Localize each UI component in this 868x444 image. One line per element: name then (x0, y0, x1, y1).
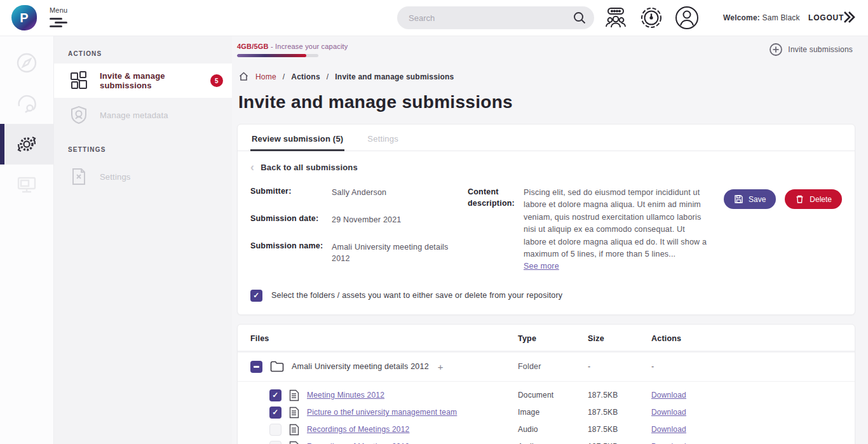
top-header: P Menu (0, 0, 868, 36)
rail-item-compass[interactable] (0, 43, 54, 83)
folder-size: - (588, 362, 651, 371)
content-description-text: Piscing elit, sed do eiusmod tempor inci… (524, 188, 707, 259)
folder-name[interactable]: Amali University meeting details 2012 (292, 362, 429, 371)
file-size: 187.5KB (588, 408, 651, 417)
submissions-count-badge: 5 (210, 74, 223, 87)
select-note-label: Select the folders / assets you want to … (271, 291, 562, 300)
breadcrumb-separator: / (283, 72, 285, 81)
logout-button[interactable]: LOGOUT (808, 13, 844, 22)
add-to-folder-icon[interactable]: + (438, 361, 444, 372)
dashboard-gauge-icon[interactable] (638, 4, 665, 31)
profile-icon[interactable] (674, 4, 700, 31)
search-input[interactable] (409, 13, 573, 23)
file-name-link[interactable]: Picture o thef university management tea… (307, 408, 457, 417)
file-name-link[interactable]: Recordings of Meetings 2012 (307, 425, 410, 434)
file-checkbox[interactable] (269, 424, 281, 436)
tab-review-submission[interactable]: Review submission (5) (250, 124, 344, 151)
sidebar-item-settings[interactable]: Settings (54, 159, 232, 194)
document-icon (289, 441, 299, 444)
breadcrumb-home[interactable]: Home (255, 72, 276, 81)
hamburger-icon (50, 16, 67, 29)
rail-item-process-active[interactable] (0, 124, 54, 165)
sidebar-item-manage-metadata[interactable]: Manage metadata (54, 98, 232, 132)
content-description-label: Content description: (468, 187, 524, 273)
file-type: Audio (518, 425, 588, 434)
submission-name-value: Amali University meeting details 2012 (332, 241, 452, 272)
file-type: Image (518, 408, 588, 417)
tab-settings[interactable]: Settings (366, 124, 400, 151)
save-button[interactable]: Save (724, 189, 776, 209)
folder-type: Folder (518, 362, 588, 371)
submitter-label: Submitter: (250, 187, 332, 206)
see-more-link[interactable]: See more (524, 262, 559, 271)
download-link[interactable]: Download (651, 391, 686, 400)
icon-rail (0, 36, 54, 444)
table-header-row: Files Type Size Actions (238, 325, 855, 353)
breadcrumb-actions[interactable]: Actions (291, 72, 320, 81)
save-disk-icon (734, 194, 743, 204)
tab-bar: Review submission (5) Settings (238, 124, 855, 151)
submitter-value: Sally Anderson (332, 187, 452, 206)
select-all-checkbox[interactable] (250, 290, 262, 302)
sidebar-section-settings: SETTINGS (54, 141, 232, 159)
search-bar[interactable] (397, 6, 594, 29)
submission-details: Submitter: Sally Anderson Submission dat… (250, 187, 452, 273)
settings-doc-icon (68, 166, 90, 187)
storage-progress-bar (237, 54, 318, 57)
home-icon[interactable] (238, 71, 249, 82)
sidebar-item-invite-submissions[interactable]: Invite & manage submissions 5 (54, 64, 232, 98)
folder-row: Amali University meeting details 2012 + … (238, 353, 855, 382)
rail-item-support[interactable] (0, 83, 54, 124)
page-title: Invite and manage submissions (238, 92, 855, 112)
chevron-left-icon: ‹ (250, 161, 254, 173)
document-icon (289, 407, 299, 419)
document-icon (289, 424, 299, 436)
search-icon[interactable] (573, 11, 587, 25)
table-row: Recordings of Meetings 2012 Audio 187.5K… (238, 421, 855, 438)
breadcrumb-separator: / (327, 72, 329, 81)
breadcrumb-current: Invite and manage submissions (335, 72, 454, 81)
app-logo[interactable]: P (11, 5, 37, 30)
column-header-actions: Actions (651, 332, 842, 343)
welcome-text: Welcome: Sam Black (723, 13, 800, 22)
menu-button[interactable]: Menu (50, 6, 67, 29)
folder-checkbox[interactable] (250, 361, 262, 373)
trash-icon (795, 194, 804, 204)
download-link[interactable]: Download (651, 425, 686, 434)
file-name-link[interactable]: Meeting Minutes 2012 (307, 391, 384, 400)
breadcrumb: Home / Actions / Invite and manage submi… (238, 71, 855, 82)
back-link-label: Back to all submissions (261, 163, 358, 172)
storage-indicator: 4GB/5GB - Increase your capacity (237, 43, 348, 57)
submission-name-label: Submission name: (250, 241, 332, 272)
column-header-size: Size (588, 332, 651, 343)
storage-progress-fill (237, 54, 306, 57)
invite-submissions-button[interactable]: Invite submissions (769, 43, 855, 57)
storage-usage: 4GB/5GB (237, 43, 269, 50)
download-link[interactable]: Download (651, 408, 686, 417)
delete-button[interactable]: Delete (785, 189, 842, 209)
main-content: 4GB/5GB - Increase your capacity Invite … (232, 36, 868, 444)
increase-capacity-link[interactable]: - Increase your capacity (271, 43, 348, 50)
file-checkbox[interactable] (269, 441, 281, 444)
plus-circle-icon (769, 43, 783, 57)
shield-icon (68, 104, 90, 126)
menu-label: Menu (50, 6, 67, 14)
sidebar-item-label: Invite & manage submissions (100, 71, 196, 90)
submission-card: Review submission (5) Settings ‹ Back to… (237, 124, 855, 315)
invite-submissions-label: Invite submissions (788, 45, 853, 54)
save-button-label: Save (749, 195, 766, 204)
file-size: 187.5KB (588, 391, 651, 400)
user-name: Sam Black (763, 13, 800, 22)
file-size: 187.5KB (588, 425, 651, 434)
sidebar-section-actions: ACTIONS (54, 45, 232, 64)
document-icon (289, 389, 299, 401)
submission-date-value: 29 November 2021 (332, 214, 452, 234)
file-checkbox[interactable] (269, 389, 281, 401)
community-icon[interactable] (602, 4, 629, 31)
files-table: Files Type Size Actions Amali University… (237, 324, 855, 444)
back-to-submissions-link[interactable]: ‹ Back to all submissions (250, 161, 842, 173)
rail-item-display[interactable] (0, 165, 54, 205)
file-checkbox[interactable] (269, 407, 281, 419)
expand-chevrons-icon[interactable] (840, 9, 857, 25)
column-header-type: Type (518, 332, 588, 343)
